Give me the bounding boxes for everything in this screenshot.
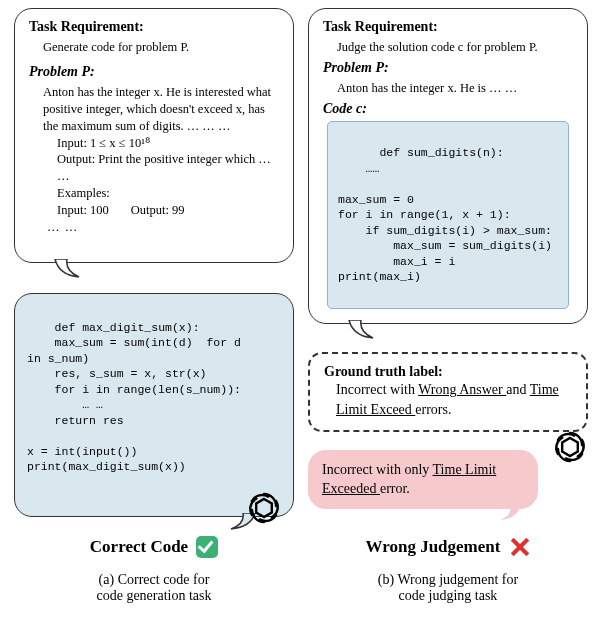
task-label: Task Requirement: — [29, 19, 279, 35]
example-output: Output: 99 — [131, 202, 185, 219]
svg-marker-0 — [256, 499, 272, 517]
left-column: Task Requirement: Generate code for prob… — [14, 8, 294, 517]
problem-text: Anton has the integer x. He is … … — [337, 80, 573, 97]
bubble-tail-icon — [496, 506, 522, 522]
red-pre: Incorrect with only — [322, 462, 433, 477]
bubble-tail-icon — [347, 320, 377, 340]
problem-text: Anton has the integer x. He is intereste… — [43, 84, 279, 135]
openai-logo-icon — [550, 427, 590, 467]
output-line: Output: Print the positive integer which… — [57, 151, 279, 185]
gt-text: Incorrect with Wrong Answer and Time Lim… — [336, 380, 572, 419]
gt-mid: and — [506, 382, 529, 397]
caption-left: (a) Correct code for code generation tas… — [14, 572, 294, 604]
example-row: Input: 100 Output: 99 — [57, 202, 279, 219]
right-column: Task Requirement: Judge the solution cod… — [308, 8, 588, 509]
gt-u1: Wrong Answer — [418, 382, 506, 397]
cross-icon — [508, 536, 530, 558]
svg-marker-1 — [562, 438, 578, 456]
task-text: Judge the solution code c for problem P. — [337, 39, 573, 56]
code-text: def sum_digits(n): …… max_sum = 0 for i … — [338, 146, 552, 283]
red-post: error. — [380, 481, 410, 496]
title-left: Correct Code — [90, 537, 188, 557]
ground-truth-box: Ground truth label: Incorrect with Wrong… — [308, 352, 588, 431]
ellipsis: … … — [47, 219, 279, 236]
title-row-left: Correct Code — [14, 536, 294, 558]
problem-label: Problem P: — [29, 64, 279, 80]
check-icon — [196, 536, 218, 558]
bubble-tail-icon — [53, 259, 83, 279]
prompt-bubble-right: Task Requirement: Judge the solution cod… — [308, 8, 588, 324]
title-row-right: Wrong Judgement — [308, 536, 588, 558]
judgement-bubble: Incorrect with only Time Limit Exceeded … — [308, 450, 538, 509]
example-input: Input: 100 — [57, 202, 109, 219]
code-text: def max_digit_sum(x): max_sum = sum(int(… — [27, 321, 241, 474]
examples-label: Examples: — [57, 185, 279, 202]
gt-label: Ground truth label: — [324, 364, 572, 380]
input-line: Input: 1 ≤ x ≤ 10¹⁸ — [57, 135, 279, 152]
prompt-bubble-left: Task Requirement: Generate code for prob… — [14, 8, 294, 263]
gt-post: errors. — [415, 402, 451, 417]
gt-pre: Incorrect with — [336, 382, 418, 397]
judgement-text: Incorrect with only Time Limit Exceeded … — [322, 460, 524, 499]
openai-logo-icon — [244, 488, 284, 528]
code-box: def sum_digits(n): …… max_sum = 0 for i … — [327, 121, 569, 310]
code-label: Code c: — [323, 101, 573, 117]
task-label: Task Requirement: — [323, 19, 573, 35]
code-bubble-left: def max_digit_sum(x): max_sum = sum(int(… — [14, 293, 294, 517]
title-right: Wrong Judgement — [366, 537, 501, 557]
caption-right: (b) Wrong judgement for code judging tas… — [308, 572, 588, 604]
task-text: Generate code for problem P. — [43, 39, 279, 56]
problem-label: Problem P: — [323, 60, 573, 76]
